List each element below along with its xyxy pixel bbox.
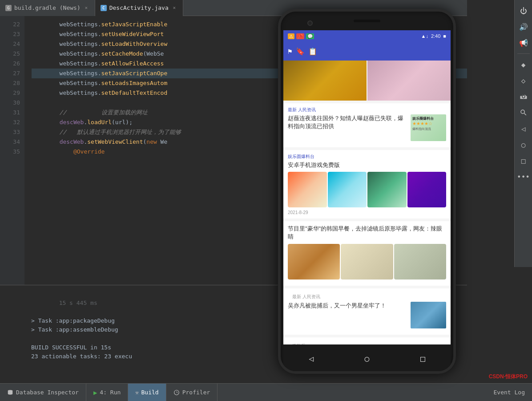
diamond-solid-button[interactable]: ◆: [516, 57, 531, 72]
food-images: [288, 244, 446, 279]
fashion-image-2: [367, 61, 451, 101]
event-log-btn[interactable]: Event Log: [487, 384, 532, 401]
tab-java-label: DescActivity.java: [109, 4, 169, 11]
news-item-4[interactable]: 最新 人民资讯 吴亦凡被批捕后，又一个男星坐牢了！: [283, 288, 451, 335]
news-tag-2: 娱乐圆爆料台: [288, 154, 446, 160]
news-item-4-content: 吴亦凡被批捕后，又一个男星坐牢了！: [288, 302, 446, 328]
news-text-4: 吴亦凡被批捕后，又一个男星坐牢了！: [288, 302, 407, 310]
fashion-image-1: [283, 61, 367, 101]
news-item-1[interactable]: 最新 人民资讯 赵薇连夜逃往国外？知情人曝赵薇已失联，爆料指向顶流已招供 娱乐圈…: [283, 103, 451, 147]
news-text-1: 赵薇连夜逃往国外？知情人曝赵薇已失联，爆料指向顶流已招供: [288, 114, 407, 130]
top-image-row: [283, 61, 451, 101]
zoom-button[interactable]: [516, 105, 531, 120]
game-images: [288, 172, 446, 207]
build-tab[interactable]: ⚒ Build: [128, 384, 166, 401]
tab-java-close[interactable]: ×: [171, 5, 177, 11]
game-img-1: [288, 172, 327, 207]
flag-icon: 📌: [296, 33, 304, 39]
database-inspector-label: Database Inspector: [16, 389, 79, 396]
app-icon1: ⚑: [288, 47, 292, 56]
bottom-right: Event Log: [487, 384, 532, 401]
msg-icon: 💬: [306, 33, 314, 39]
gradle-icon: G: [5, 5, 12, 11]
build-icon: ⚒: [135, 389, 138, 396]
nav-back-btn[interactable]: ◁: [305, 352, 318, 365]
signal-icon: ▲↓: [421, 33, 428, 39]
tab-gradle-close[interactable]: ×: [83, 5, 89, 11]
status-bar: ⚠ 📌 💬 ▲↓ 2:40 ■: [283, 30, 451, 42]
database-icon: [7, 389, 13, 396]
status-icons: ⚠ 📌 💬: [288, 33, 314, 39]
news-item-3[interactable]: 节目里"豪华"的韩国早餐，去掉滤镜后原形毕露，网友：辣眼睛: [283, 221, 451, 285]
java-icon: C: [101, 5, 107, 11]
app-toolbar: ⚑ 🔖 📋: [283, 42, 451, 61]
review-stars: ★★★★☆: [412, 121, 444, 126]
warn-icon: ⚠: [288, 33, 294, 39]
phone-container: ⚠ 📌 💬 ▲↓ 2:40 ■ ⚑ 🔖 📋: [278, 9, 456, 374]
more-button[interactable]: •••: [516, 170, 531, 184]
run-icon: ▶: [93, 389, 97, 396]
home-button[interactable]: ○: [516, 138, 531, 152]
tab-gradle-label: build.gradle (News): [14, 4, 81, 11]
csdn-watermark: CSDN·恒体PRO: [489, 373, 528, 381]
battery-icon: ■: [443, 33, 446, 39]
status-right: ▲↓ 2:40 ■: [421, 33, 446, 39]
nav-recent-btn[interactable]: □: [416, 352, 429, 365]
game-img-2: [328, 172, 367, 207]
phone-screen[interactable]: ⚠ 📌 💬 ▲↓ 2:40 ■ ⚑ 🔖 📋: [283, 30, 451, 344]
app-icon3: 📋: [308, 47, 317, 56]
news-thumb-1: 娱乐圈爆料台 ★★★★☆ 爆料指向顶流: [411, 114, 446, 141]
news-item-2[interactable]: 娱乐圆爆料台 安卓手机游戏免费版 2021-8-29: [283, 150, 451, 219]
phone-outer: ⚠ 📌 💬 ▲↓ 2:40 ■ ⚑ 🔖 📋: [278, 9, 456, 374]
build-label: Build: [141, 389, 159, 396]
profiler-tab[interactable]: Profiler: [166, 384, 218, 401]
phone-speaker: [354, 20, 380, 22]
back-nav-button[interactable]: ◁: [516, 122, 531, 136]
run-tab[interactable]: ▶ 4: Run: [86, 384, 128, 401]
tab-gradle[interactable]: G build.gradle (News) ×: [0, 0, 95, 16]
game-img-4: [407, 172, 447, 207]
news-title-1: 赵薇连夜逃往国外？知情人曝赵薇已失联，爆料指向顶流已招供: [288, 114, 407, 130]
news-tag-4: 最新 人民资讯: [288, 292, 446, 300]
news-tag-1: 最新 人民资讯: [288, 107, 446, 113]
news-tag-5: 微热后: [288, 341, 446, 344]
power-button[interactable]: ⏻: [516, 4, 531, 18]
diamond-outline-button[interactable]: ◇: [516, 73, 531, 88]
food-img-3: [394, 244, 446, 279]
tab-java[interactable]: C DescActivity.java ×: [95, 0, 183, 16]
time-display: 2:40: [431, 33, 440, 39]
camera-button[interactable]: [516, 89, 531, 104]
phone-camera: [307, 20, 313, 26]
news-title-3: 节目里"豪华"的韩国早餐，去掉滤镜后原形毕露，网友：辣眼睛: [288, 225, 446, 241]
news-date-2: 2021-8-29: [288, 210, 446, 215]
database-inspector-tab[interactable]: Database Inspector: [0, 384, 86, 401]
game-img-3: [367, 172, 407, 207]
profiler-icon: [173, 389, 180, 396]
bottom-bar: Database Inspector ▶ 4: Run ⚒ Build Prof…: [0, 383, 532, 401]
nav-home-btn[interactable]: ○: [360, 352, 374, 365]
profiler-label: Profiler: [182, 389, 210, 396]
news-item-5[interactable]: 微热后 会计公司 代理记账热线 广告: [283, 337, 451, 344]
app-icon2: 🔖: [296, 47, 305, 56]
speaker-button[interactable]: 📢: [516, 36, 531, 50]
food-img-2: [341, 244, 393, 279]
news-title-4: 吴亦凡被批捕后，又一个男星坐牢了！: [288, 302, 407, 310]
line-numbers: 22 23 24 25 26 27 28 29 30 31 32 33 34 3…: [0, 16, 24, 285]
run-label: 4: Run: [100, 389, 121, 396]
news-title-2: 安卓手机游戏免费版: [288, 161, 446, 169]
right-panel: ⏻ 🔊 📢 ◆ ◇ ◁ ○ □ •••: [514, 0, 532, 267]
news-item-1-content: 赵薇连夜逃往国外？知情人曝赵薇已失联，爆料指向顶流已招供 娱乐圈爆料台 ★★★★…: [288, 114, 446, 141]
food-img-1: [288, 244, 340, 279]
event-log-label: Event Log: [494, 389, 525, 396]
volume-button[interactable]: 🔊: [516, 20, 531, 34]
news-thumb-4: [411, 302, 446, 328]
news-content[interactable]: 最新 人民资讯 赵薇连夜逃往国外？知情人曝赵薇已失联，爆料指向顶流已招供 娱乐圈…: [283, 61, 451, 344]
phone-bottom-nav: ◁ ○ □: [283, 345, 451, 371]
recent-button[interactable]: □: [516, 154, 531, 168]
